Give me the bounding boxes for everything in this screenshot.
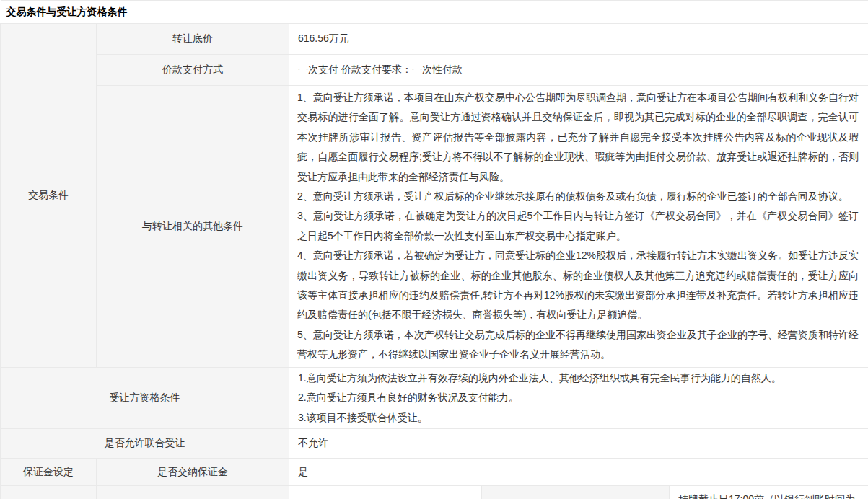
other-conditions-value: 1、意向受让方须承诺，本项目在山东产权交易中心公告期即为尽职调查期，意向受让方在… xyxy=(289,86,868,368)
table-row: 与转让相关的其他条件 1、意向受让方须承诺，本项目在山东产权交易中心公告期即为尽… xyxy=(1,86,868,368)
payment-method-value: 一次支付 价款支付要求：一次性付款 xyxy=(289,55,868,86)
row-label-qualification: 受让方资格条件 xyxy=(1,367,289,429)
table-row: 是否允许联合受让 不允许 xyxy=(1,429,868,459)
table-row: 受让方资格条件 1.意向受让方须为依法设立并有效存续的境内外企业法人、其他经济组… xyxy=(1,367,868,429)
section-title: 交易条件与受让方资格条件 xyxy=(1,1,868,24)
joint-transfer-value: 不允许 xyxy=(289,429,868,459)
table-row: 交易条件 转让底价 616.56万元 xyxy=(1,24,868,55)
qualification-item-3: 3.该项目不接受联合体受让。 xyxy=(298,408,859,428)
row-label-deposit-deadline: 保证金交纳截止时间要求 xyxy=(482,486,670,499)
group-label-deposit-setting: 保证金设定 xyxy=(1,459,97,486)
condition-item-4: 4、意向受让方须承诺，若被确定为受让方，同意受让标的企业12%股权后，承接履行转… xyxy=(297,246,859,325)
transfer-price-value: 616.56万元 xyxy=(289,24,868,55)
condition-item-3: 3、意向受让方须承诺，在被确定为受让方的次日起5个工作日内与转让方签订《产权交易… xyxy=(297,206,859,246)
condition-item-5: 5、意向受让方须承诺，本次产权转让交易完成后标的企业不得再继续使用国家出资企业及… xyxy=(297,325,859,365)
group-label-deposit-details: 保证金详情 xyxy=(1,486,97,499)
qualification-item-1: 1.意向受让方须为依法设立并有效存续的境内外企业法人、其他经济组织或具有完全民事… xyxy=(298,368,859,389)
table-row: 保证金详情 交纳金额（万元） 120 保证金交纳截止时间要求 挂牌截止日17:0… xyxy=(1,486,868,499)
deposit-required-value: 是 xyxy=(289,459,868,486)
condition-item-1: 1、意向受让方须承诺，本项目在山东产权交易中心公告期即为尽职调查期，意向受让方在… xyxy=(297,88,859,187)
row-label-payment-method: 价款支付方式 xyxy=(97,55,289,86)
table-title-row: 交易条件与受让方资格条件 xyxy=(1,1,868,24)
row-label-joint-transfer: 是否允许联合受让 xyxy=(1,429,289,459)
row-label-deposit-required: 是否交纳保证金 xyxy=(97,459,289,486)
row-label-transfer-price: 转让底价 xyxy=(97,24,289,55)
condition-item-2: 2、意向受让方须承诺，受让产权后标的企业继续承接原有的债权债务及或有负债，履行标… xyxy=(297,187,859,206)
row-label-deposit-amount: 交纳金额（万元） xyxy=(97,486,289,499)
table-row: 价款支付方式 一次支付 价款支付要求：一次性付款 xyxy=(1,55,868,86)
conditions-table: 交易条件与受让方资格条件 交易条件 转让底价 616.56万元 价款支付方式 一… xyxy=(0,0,868,499)
qualification-item-2: 2.意向受让方须具有良好的财务状况及支付能力。 xyxy=(298,388,859,408)
table-row: 保证金设定 是否交纳保证金 是 xyxy=(1,459,868,486)
row-label-other-conditions: 与转让相关的其他条件 xyxy=(97,86,289,368)
qualification-value: 1.意向受让方须为依法设立并有效存续的境内外企业法人、其他经济组织或具有完全民事… xyxy=(289,367,868,429)
deposit-deadline-value: 挂牌截止日17:00前（以银行到账时间为准） xyxy=(670,486,868,499)
deposit-amount-value: 120 xyxy=(289,486,482,499)
group-label-trade-conditions: 交易条件 xyxy=(1,24,97,368)
